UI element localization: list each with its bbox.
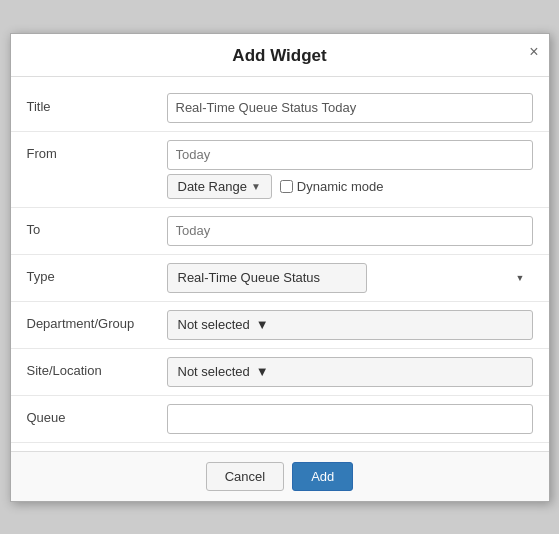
type-select-wrapper: Real-Time Queue Status	[167, 263, 533, 293]
from-input[interactable]	[167, 140, 533, 170]
department-control: Not selected ▼	[167, 310, 533, 340]
site-caret-icon: ▼	[256, 364, 269, 379]
site-value: Not selected	[178, 364, 250, 379]
close-button[interactable]: ×	[529, 44, 538, 60]
date-range-button[interactable]: Date Range ▼	[167, 174, 272, 199]
from-label: From	[27, 140, 167, 161]
dynamic-mode-checkbox[interactable]	[280, 180, 293, 193]
dynamic-mode-label[interactable]: Dynamic mode	[280, 179, 384, 194]
cancel-button[interactable]: Cancel	[206, 462, 284, 491]
date-range-label: Date Range	[178, 179, 247, 194]
title-label: Title	[27, 93, 167, 114]
date-range-caret-icon: ▼	[251, 181, 261, 192]
type-select[interactable]: Real-Time Queue Status	[167, 263, 367, 293]
dynamic-mode-text: Dynamic mode	[297, 179, 384, 194]
queue-row: Queue	[11, 396, 549, 443]
add-widget-dialog: Add Widget × Title From Date Range	[10, 33, 550, 502]
title-control	[167, 93, 533, 123]
from-control: Date Range ▼ Dynamic mode	[167, 140, 533, 199]
title-input[interactable]	[167, 93, 533, 123]
dialog-header: Add Widget ×	[11, 34, 549, 77]
to-row: To	[11, 208, 549, 255]
site-control: Not selected ▼	[167, 357, 533, 387]
date-range-row: Date Range ▼ Dynamic mode	[167, 174, 533, 199]
dialog-overlay: Add Widget × Title From Date Range	[0, 0, 559, 534]
site-dropdown-button[interactable]: Not selected ▼	[167, 357, 533, 387]
type-label: Type	[27, 263, 167, 284]
to-control	[167, 216, 533, 246]
dialog-footer: Cancel Add	[11, 451, 549, 501]
department-dropdown-button[interactable]: Not selected ▼	[167, 310, 533, 340]
title-row: Title	[11, 85, 549, 132]
queue-input[interactable]	[167, 404, 533, 434]
department-caret-icon: ▼	[256, 317, 269, 332]
department-label: Department/Group	[27, 310, 167, 331]
department-value: Not selected	[178, 317, 250, 332]
to-input[interactable]	[167, 216, 533, 246]
add-button[interactable]: Add	[292, 462, 353, 491]
department-row: Department/Group Not selected ▼	[11, 302, 549, 349]
queue-label: Queue	[27, 404, 167, 425]
site-row: Site/Location Not selected ▼	[11, 349, 549, 396]
dialog-title: Add Widget	[232, 46, 326, 65]
queue-control	[167, 404, 533, 434]
to-label: To	[27, 216, 167, 237]
type-control: Real-Time Queue Status	[167, 263, 533, 293]
dialog-body: Title From Date Range ▼	[11, 77, 549, 451]
from-row: From Date Range ▼ Dynamic mode	[11, 132, 549, 208]
site-label: Site/Location	[27, 357, 167, 378]
type-row: Type Real-Time Queue Status	[11, 255, 549, 302]
